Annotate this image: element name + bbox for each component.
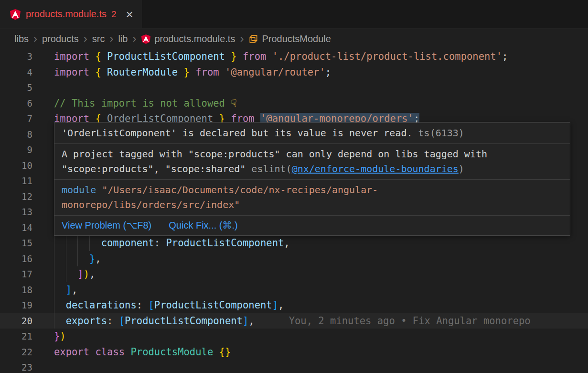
quick-fix-link[interactable]: Quick Fix... (⌘.) [169,218,237,233]
hover-module-path: module "/Users/isaac/Documents/code/nx-r… [54,179,570,215]
line-number[interactable]: 20 [0,313,32,329]
code-line[interactable]: 20exports: [ProductListComponent],You, 2… [0,313,588,329]
code-line-content: exports: [ProductListComponent],You, 2 m… [32,313,531,329]
line-number[interactable]: 15 [0,235,32,251]
code-token: {} [219,346,231,358]
indent-guide [66,266,78,282]
code-line-content: ], [32,282,77,298]
close-icon[interactable]: × [126,8,133,21]
line-number[interactable]: 9 [0,142,32,158]
code-token: ProductListComponent [166,237,284,249]
code-token: : [154,237,166,249]
line-number[interactable]: 22 [0,344,32,360]
breadcrumb-item-products[interactable]: products [42,33,79,44]
code-token [213,346,219,358]
code-line-content: ]), [32,266,95,282]
code-token: : [107,315,119,327]
code-token: './product-list/product-list.component' [272,51,502,62]
breadcrumb-item-libs[interactable]: libs [14,33,29,44]
code-token: } [89,253,95,264]
chevron-right-icon: › [109,33,114,44]
line-number[interactable]: 6 [0,96,32,111]
code-line-content: export class ProductsModule {} [32,344,231,360]
error-code: ts(6133) [413,127,464,139]
line-number[interactable]: 5 [0,80,32,96]
code-token: component [101,237,154,249]
code-token: ] [77,268,83,280]
tab-bar: products.module.ts 2 × [0,0,588,29]
indent-guide [77,235,89,251]
line-number[interactable]: 23 [0,360,32,373]
view-problem-link[interactable]: View Problem (⌥F8) [62,218,151,233]
indent-guide [66,251,78,267]
line-number[interactable]: 18 [0,282,32,298]
code-line[interactable]: 19declarations: [ProductListComponent], [0,297,588,313]
indent-guide [54,282,66,298]
code-token: , [278,299,284,311]
line-number[interactable]: 12 [0,189,32,205]
code-line[interactable]: 3import { ProductListComponent } from '.… [0,49,588,65]
indent-guide [54,313,66,329]
code-line-content: declarations: [ProductListComponent], [32,297,284,313]
code-token: { [95,51,107,62]
code-token: } [178,66,190,78]
hover-tooltip: 'OrderListComponent' is declared but its… [54,122,570,236]
code-line[interactable]: 15component: ProductListComponent, [0,235,588,251]
code-token: [ [119,315,125,327]
code-token: ] [66,284,72,296]
hover-ts-message: 'OrderListComponent' is declared but its… [54,123,570,143]
code-token: ProductListComponent [154,299,272,311]
code-line[interactable]: 5 [0,80,588,96]
code-token: , [95,253,101,264]
code-line[interactable]: 17]), [0,266,588,282]
code-token: ) [60,330,65,342]
line-number[interactable]: 8 [0,127,32,143]
line-number[interactable]: 17 [0,266,32,282]
code-line-content [32,360,54,373]
code-line-content [32,220,54,236]
code-line-content [32,80,54,96]
code-line-content: component: ProductListComponent, [32,235,290,251]
line-number[interactable]: 7 [0,111,32,127]
code-token: ) [84,268,89,280]
indent-guide [54,266,66,282]
chevron-right-icon: › [83,33,88,44]
code-token: ProductsModule [130,346,213,358]
line-number[interactable]: 16 [0,251,32,267]
code-token: : [137,299,149,311]
code-line[interactable]: 6// This import is not allowed ☟ [0,96,588,111]
line-number[interactable]: 11 [0,173,32,189]
code-token: RouterModule [107,66,178,78]
code-line[interactable]: 21}) [0,329,588,344]
code-line-content: }) [32,329,66,344]
code-line[interactable]: 22export class ProductsModule {} [0,344,588,360]
code-line[interactable]: 16}, [0,251,588,267]
angular-icon [10,9,21,20]
code-token: '@angular/router' [225,66,325,78]
code-line[interactable]: 23 [0,360,588,373]
code-token: , [72,284,77,296]
line-number[interactable]: 4 [0,65,32,80]
line-number[interactable]: 14 [0,220,32,236]
line-number[interactable]: 21 [0,329,32,344]
eslint-rule-link[interactable]: @nx/enforce-module-boundaries [292,163,459,175]
breadcrumb: libs › products › src › lib › products.m… [0,29,588,49]
line-number[interactable]: 10 [0,158,32,174]
code-editor[interactable]: 3import { ProductListComponent } from '.… [0,49,588,373]
code-token: // This import is not allowed [54,98,231,109]
code-token: import [54,66,95,78]
line-number[interactable]: 13 [0,204,32,220]
code-token: [ [148,299,154,311]
breadcrumb-item-symbol[interactable]: ProductsModule [248,33,331,44]
line-number[interactable]: 3 [0,49,32,65]
breadcrumb-item-src[interactable]: src [92,33,105,44]
tab-products-module[interactable]: products.module.ts 2 × [0,0,142,28]
code-line[interactable]: 18], [0,282,588,298]
class-symbol-icon [248,34,258,44]
code-line[interactable]: 4import { RouterModule } from '@angular/… [0,65,588,80]
code-token: from [190,66,225,78]
chevron-right-icon: › [33,33,38,44]
breadcrumb-item-file[interactable]: products.module.ts [141,33,235,44]
breadcrumb-item-lib[interactable]: lib [118,33,128,44]
line-number[interactable]: 19 [0,297,32,313]
